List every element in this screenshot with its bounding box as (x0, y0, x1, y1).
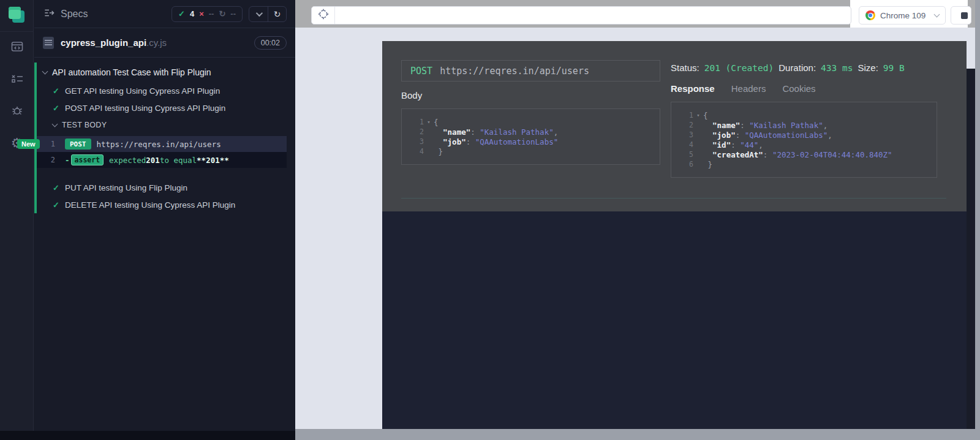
test-title: GET API testing Using Cypress API Plugin (65, 86, 220, 96)
tab-headers[interactable]: Headers (731, 83, 766, 94)
viewport-control-button[interactable] (951, 6, 971, 25)
stage-right-edge (975, 0, 980, 440)
address-bar (311, 6, 851, 25)
request-body-label: Body (401, 90, 660, 101)
stage-bottom-bar (295, 429, 980, 440)
assert-message-part: expected (109, 156, 146, 165)
spec-file-name: cypress_plugin_api (61, 37, 146, 48)
line-number: 4 (676, 140, 693, 149)
passed-count: 4 (190, 9, 194, 18)
header-buttons: ↻ (249, 6, 287, 22)
collapse-all-button[interactable] (249, 7, 268, 21)
crosshair-icon (317, 7, 330, 23)
tab-cookies[interactable]: Cookies (782, 83, 815, 94)
code-line: 1▾{ (676, 110, 932, 120)
chrome-icon (865, 10, 875, 20)
pending-count: -- (230, 9, 236, 18)
chevron-down-icon (42, 69, 48, 75)
chevron-down-icon (52, 121, 58, 127)
nested-suite-row[interactable]: TEST BODY (37, 116, 295, 134)
status-label: Status: (671, 63, 699, 73)
spec-duration-badge: 00:02 (254, 36, 287, 50)
cypress-app-window: ⚙ New Specs ✓ 4 × -- ↻ -- (0, 0, 980, 440)
size-label: Size: (858, 63, 878, 73)
suite-title-row[interactable]: API automation Test Case with Flip Plugi… (37, 63, 295, 82)
response-tabs: Response Headers Cookies (671, 83, 946, 94)
request-line: POST https://reqres.in/api/users (401, 60, 660, 82)
code-text: "name": "Kailash Pathak", (434, 127, 558, 137)
pending-icon: ↻ (219, 9, 225, 18)
viewport-icon (961, 12, 968, 19)
rerun-button[interactable]: ↻ (268, 7, 286, 21)
specs-title-label: Specs (61, 9, 88, 20)
api-call-section: POST https://reqres.in/api/users Body 1▾… (382, 41, 967, 211)
tests-before: ✓GET API testing Using Cypress API Plugi… (37, 82, 295, 116)
address-bar-input[interactable] (335, 7, 851, 24)
tab-response[interactable]: Response (671, 83, 715, 94)
spec-file-extension: .cy.js (146, 37, 167, 48)
command-number: 2 (37, 156, 65, 164)
left-icon-rail: ⚙ (0, 0, 34, 431)
request-body-editor: 1▾{2 "name": "Kailash Pathak",3 "job": "… (401, 108, 660, 165)
code-window-icon (10, 39, 24, 56)
assert-badge: assert (71, 154, 104, 165)
sidebar-item-runs[interactable] (0, 64, 34, 96)
selector-playground-button[interactable] (312, 7, 335, 24)
size-value: 99 B (883, 63, 905, 73)
code-text: } (434, 147, 443, 156)
spec-file-row[interactable]: cypress_plugin_api .cy.js 00:02 (34, 28, 295, 58)
test-title: PUT API testing Using Flip Plugin (65, 183, 187, 192)
browser-name-label: Chrome 109 (880, 11, 925, 20)
code-text: "job": "QAAutomationLabs" (434, 137, 558, 146)
tests-after: ✓PUT API testing Using Flip Plugin✓DELET… (37, 179, 295, 213)
test-title: POST API testing Using Cypress API Plugi… (65, 104, 225, 113)
sidebar-item-specs[interactable] (0, 32, 34, 64)
reporter-panel: Specs ✓ 4 × -- ↻ -- ↻ cypress_plugin (34, 0, 295, 431)
sidebar-item-debug[interactable] (0, 96, 34, 127)
code-line: 4 } (407, 146, 655, 156)
test-row[interactable]: ✓PUT API testing Using Flip Plugin (37, 179, 295, 196)
command-row-request[interactable]: 1 POST https://reqres.in/api/users (37, 136, 287, 152)
request-column: POST https://reqres.in/api/users Body 1▾… (401, 60, 660, 165)
line-number: 1 (407, 118, 424, 126)
section-divider (401, 198, 946, 199)
test-passed-icon: ✓ (53, 104, 59, 113)
assert-expected-value: 201 (146, 156, 160, 165)
test-passed-icon: ✓ (53, 86, 59, 96)
spec-file-icon (43, 37, 54, 49)
test-row[interactable]: ✓DELETE API testing Using Cypress API Pl… (37, 196, 295, 213)
test-row[interactable]: ✓POST API testing Using Cypress API Plug… (37, 99, 295, 116)
passed-icon: ✓ (178, 9, 185, 18)
specs-title[interactable]: Specs (43, 7, 88, 21)
collapse-icon[interactable]: ▾ (424, 119, 434, 125)
debug-bug-icon (10, 103, 24, 120)
window-bottom-edge (0, 431, 295, 440)
line-number: 3 (676, 131, 693, 139)
command-url: https://reqres.in/api/users (97, 140, 221, 149)
collapse-icon[interactable]: ▾ (693, 112, 703, 118)
specs-list-icon (43, 7, 55, 21)
code-line: 6 } (676, 159, 932, 169)
cy-api-plugin-panel: POST https://reqres.in/api/users Body 1▾… (382, 41, 967, 429)
duration-value: 433 ms (821, 63, 853, 73)
browser-selector-dropdown[interactable]: Chrome 109 (859, 6, 946, 25)
code-text: { (434, 118, 439, 127)
response-status-line: Status: 201 (Created) Duration: 433 ms S… (671, 63, 946, 73)
new-feature-badge: New (17, 139, 40, 149)
cypress-logo-icon[interactable] (9, 7, 24, 23)
chevron-down-icon (934, 12, 940, 18)
command-log: 1 POST https://reqres.in/api/users 2 - a… (37, 136, 287, 168)
line-number: 4 (407, 147, 424, 156)
code-line: 2 "name": "Kailash Pathak", (407, 127, 655, 137)
code-line: 1▾{ (407, 117, 655, 127)
assert-message-part: to equal (160, 156, 197, 165)
aut-scrollbar-track[interactable] (967, 69, 975, 440)
status-value: 201 (Created) (704, 63, 774, 73)
test-row[interactable]: ✓GET API testing Using Cypress API Plugi… (37, 82, 295, 99)
failed-icon: × (199, 9, 204, 18)
specs-header: Specs ✓ 4 × -- ↻ -- ↻ (34, 0, 295, 28)
code-text: } (703, 160, 712, 169)
browser-stage: Chrome 109 POST https://reqres.in/api/us… (295, 0, 980, 440)
command-row-assert[interactable]: 2 - assert expected 201 to equal **201** (37, 152, 287, 168)
code-line: 4 "id": "44", (676, 140, 932, 150)
